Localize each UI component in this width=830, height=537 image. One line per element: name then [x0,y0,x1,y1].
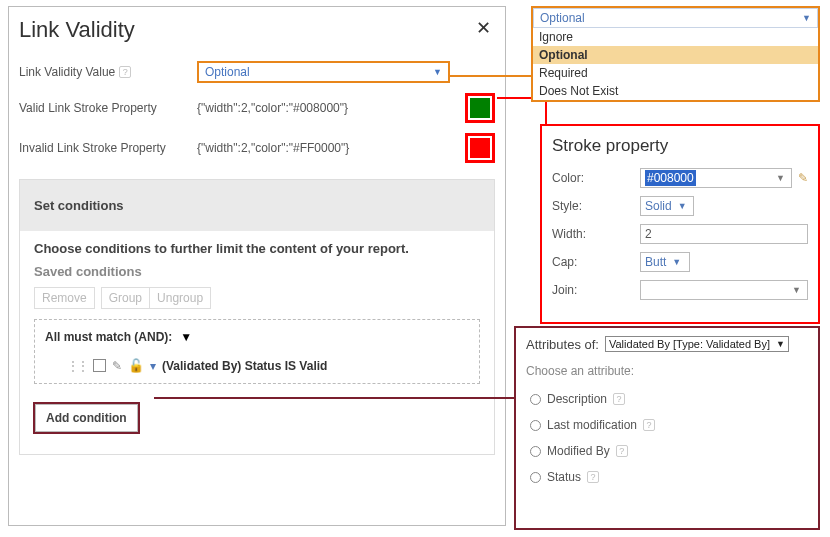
attributes-of-value: Validated By [Type: Validated By] [609,338,770,350]
attr-option-label: Description [547,392,607,406]
stroke-cap-value: Butt [645,255,666,269]
radio-icon [530,446,541,457]
validity-dropdown-selected[interactable]: Optional ▼ [533,8,818,28]
condition-text: (Validated By) Status IS Valid [162,359,327,373]
attr-option-label: Last modification [547,418,637,432]
chevron-down-icon: ▼ [774,173,787,183]
add-condition-highlight: Add condition [33,402,140,434]
radio-icon [530,394,541,405]
chevron-down-icon[interactable]: ▼ [180,330,192,344]
attributes-of-label: Attributes of: [526,337,599,352]
conditions-header: Set conditions [20,180,494,231]
valid-stroke-value: {"width":2,"color":"#008000"} [197,101,348,115]
stroke-width-label: Width: [552,227,640,241]
help-icon[interactable]: ? [119,66,131,78]
drag-handle-icon[interactable]: ⋮⋮ [67,359,87,373]
link-validity-value-selected: Optional [205,65,250,79]
help-icon[interactable]: ? [616,445,628,457]
saved-conditions-label: Saved conditions [34,264,480,279]
close-icon[interactable]: ✕ [476,17,491,39]
add-condition-button[interactable]: Add condition [35,404,138,432]
valid-swatch[interactable] [470,98,490,118]
stroke-join-label: Join: [552,283,640,297]
attr-option-last-modification[interactable]: Last modification ? [530,418,808,432]
attributes-panel: Attributes of: Validated By [Type: Valid… [514,326,820,530]
stroke-cap-label: Cap: [552,255,640,269]
condition-checkbox[interactable] [93,359,106,372]
stroke-style-value: Solid [645,199,672,213]
stroke-color-value: #008000 [645,170,696,186]
group-button[interactable]: Group [101,287,149,309]
dialog-title: Link Validity [19,17,495,43]
attr-option-label: Modified By [547,444,610,458]
chevron-down-icon[interactable]: ▾ [150,359,156,373]
attr-option-status[interactable]: Status ? [530,470,808,484]
attr-option-description[interactable]: Description ? [530,392,808,406]
chevron-down-icon: ▼ [678,201,687,211]
and-group: All must match (AND): ▼ ⋮⋮ ✎ 🔓 ▾ (Valida… [34,319,480,384]
invalid-stroke-value: {"width":2,"color":"#FF0000"} [197,141,349,155]
invalid-swatch[interactable] [470,138,490,158]
condition-row: ⋮⋮ ✎ 🔓 ▾ (Validated By) Status IS Valid [45,358,469,373]
attr-option-modified-by[interactable]: Modified By ? [530,444,808,458]
stroke-color-select[interactable]: #008000 ▼ [640,168,792,188]
connector-line [154,397,516,399]
lock-icon[interactable]: 🔓 [128,358,144,373]
validity-dropdown-popup: Optional ▼ Ignore Optional Required Does… [531,6,820,102]
dropdown-option-ignore[interactable]: Ignore [533,28,818,46]
stroke-property-panel: Stroke property Color: #008000 ▼ ✎ Style… [540,124,820,324]
stroke-style-select[interactable]: Solid ▼ [640,196,694,216]
ungroup-button[interactable]: Ungroup [149,287,211,309]
conditions-description: Choose conditions to further limit the c… [34,241,480,256]
stroke-title: Stroke property [552,136,808,156]
stroke-width-value: 2 [645,227,652,241]
valid-swatch-frame [465,93,495,123]
chevron-down-icon: ▼ [790,285,803,295]
edit-icon[interactable]: ✎ [112,359,122,373]
dropdown-option-does-not-exist[interactable]: Does Not Exist [533,82,818,100]
help-icon[interactable]: ? [587,471,599,483]
remove-button[interactable]: Remove [34,287,95,309]
attributes-of-select[interactable]: Validated By [Type: Validated By] ▼ [605,336,789,352]
invalid-swatch-frame [465,133,495,163]
connector-line [450,75,532,77]
link-validity-dialog: Link Validity ✕ Link Validity Value ? Op… [8,6,506,526]
dropdown-option-optional[interactable]: Optional [533,46,818,64]
edit-icon[interactable]: ✎ [798,171,808,185]
stroke-width-input[interactable]: 2 [640,224,808,244]
attr-option-label: Status [547,470,581,484]
radio-icon [530,420,541,431]
dropdown-option-required[interactable]: Required [533,64,818,82]
help-icon[interactable]: ? [613,393,625,405]
stroke-cap-select[interactable]: Butt ▼ [640,252,690,272]
dropdown-selected-text: Optional [540,11,585,25]
radio-icon [530,472,541,483]
stroke-style-label: Style: [552,199,640,213]
invalid-stroke-label: Invalid Link Stroke Property [19,141,166,155]
valid-stroke-label: Valid Link Stroke Property [19,101,157,115]
conditions-panel: Set conditions Choose conditions to furt… [19,179,495,455]
stroke-color-label: Color: [552,171,640,185]
chevron-down-icon: ▼ [802,13,811,23]
link-validity-value-select[interactable]: Optional ▼ [197,61,450,83]
chevron-down-icon: ▼ [433,67,442,77]
link-validity-value-label: Link Validity Value [19,65,115,79]
chevron-down-icon: ▼ [776,339,785,349]
stroke-join-select[interactable]: ▼ [640,280,808,300]
help-icon[interactable]: ? [643,419,655,431]
and-group-label: All must match (AND): [45,330,172,344]
choose-attribute-label: Choose an attribute: [526,364,808,378]
chevron-down-icon: ▼ [672,257,681,267]
